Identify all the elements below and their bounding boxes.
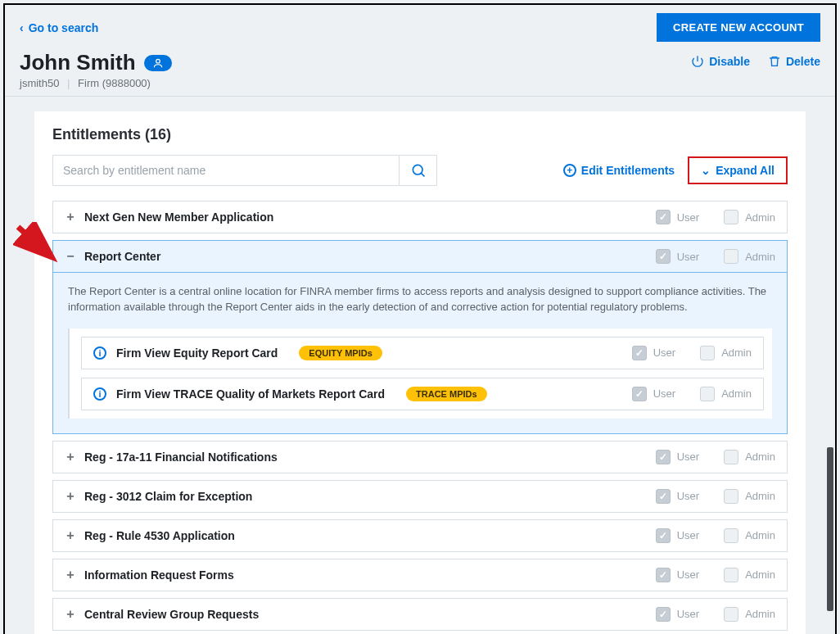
sub-entitlement-row[interactable]: i Firm View TRACE Quality of Markets Rep… [81, 378, 764, 410]
expand-icon[interactable]: + [65, 489, 76, 504]
edit-entitlements-button[interactable]: + Edit Entitlements [563, 164, 675, 177]
search-wrap [52, 155, 437, 186]
search-input[interactable] [53, 156, 399, 185]
role-admin-label: Admin [745, 568, 775, 581]
admin-checkbox[interactable] [724, 249, 738, 264]
role-admin-label: Admin [721, 387, 752, 400]
role-user-label: User [677, 251, 699, 263]
user-badge [144, 55, 172, 71]
chevron-left-icon: ‹ [20, 21, 24, 34]
role-user-label: User [677, 568, 699, 581]
entitlement-expanded-body: The Report Center is a central online lo… [52, 272, 788, 434]
sub-entitlement-row[interactable]: i Firm View Equity Report Card EQUITY MP… [81, 337, 764, 369]
expand-all-label: Expand All [716, 164, 775, 177]
collapse-icon[interactable]: − [65, 249, 76, 264]
entitlement-row[interactable]: + Central Review Group Requests User Adm… [52, 598, 788, 631]
role-admin-label: Admin [745, 490, 775, 502]
expand-icon[interactable]: + [65, 607, 76, 622]
user-checkbox[interactable] [656, 489, 671, 504]
role-user-label: User [677, 211, 699, 224]
disable-button[interactable]: Disable [691, 55, 750, 68]
entitlement-row-expanded[interactable]: − Report Center User Admin [52, 240, 788, 272]
plus-circle-icon: + [563, 164, 576, 177]
entitlement-row[interactable]: + Reg - 17a-11 Financial Notifications U… [52, 441, 788, 473]
expand-all-button[interactable]: ⌄ Expand All [701, 164, 775, 177]
disable-label: Disable [709, 55, 750, 68]
entitlement-name: Reg - 17a-11 Financial Notifications [84, 451, 278, 464]
entitlement-description: The Report Center is a central online lo… [68, 284, 772, 315]
go-to-search-link[interactable]: ‹ Go to search [20, 21, 98, 34]
edit-entitlements-label: Edit Entitlements [581, 164, 675, 177]
sub-entitlement-name: Firm View TRACE Quality of Markets Repor… [116, 387, 385, 401]
person-icon [152, 57, 164, 69]
entitlement-name: Next Gen New Member Application [84, 211, 273, 224]
entitlement-row[interactable]: + Reg - Rule 4530 Application User Admin [52, 519, 788, 552]
trash-icon [768, 55, 781, 68]
svg-point-0 [156, 59, 160, 63]
back-link-label: Go to search [29, 21, 99, 34]
scrollbar[interactable] [827, 447, 833, 611]
sub-entitlement-name: Firm View Equity Report Card [116, 346, 278, 360]
role-admin-label: Admin [745, 211, 775, 224]
user-checkbox[interactable] [632, 346, 647, 360]
page-title: John Smith [20, 50, 172, 75]
entitlements-panel: Entitlements (16) + Edit Entitlements ⌄ … [34, 111, 806, 634]
expand-icon[interactable]: + [65, 450, 76, 464]
username: jsmith50 [20, 77, 59, 89]
role-admin-label: Admin [721, 346, 752, 359]
role-admin-label: Admin [745, 251, 775, 263]
admin-checkbox[interactable] [724, 489, 738, 504]
entitlement-name: Report Center [84, 250, 160, 263]
role-user-label: User [677, 490, 699, 502]
chevron-down-icon: ⌄ [701, 164, 711, 177]
admin-checkbox[interactable] [724, 568, 738, 582]
svg-point-1 [413, 165, 422, 174]
expand-icon[interactable]: + [65, 528, 76, 543]
entitlement-row[interactable]: + Reg - 3012 Claim for Exception User Ad… [52, 480, 788, 513]
info-icon[interactable]: i [93, 387, 106, 401]
role-user-label: User [653, 387, 675, 400]
entitlement-row[interactable]: + Next Gen New Member Application User A… [52, 201, 788, 233]
user-checkbox[interactable] [656, 450, 671, 464]
expand-icon[interactable]: + [65, 568, 76, 582]
role-admin-label: Admin [745, 529, 775, 541]
admin-checkbox[interactable] [724, 210, 738, 224]
admin-checkbox[interactable] [700, 387, 715, 401]
entitlement-name: Reg - 3012 Claim for Exception [84, 490, 252, 503]
role-user-label: User [653, 346, 675, 359]
expand-icon[interactable]: + [65, 210, 76, 224]
user-checkbox[interactable] [656, 210, 671, 224]
role-admin-label: Admin [745, 451, 775, 463]
expand-all-highlight: ⌄ Expand All [688, 156, 788, 184]
admin-checkbox[interactable] [724, 528, 738, 543]
search-icon [410, 162, 427, 179]
role-user-label: User [677, 608, 699, 620]
user-checkbox[interactable] [656, 249, 671, 264]
svg-line-2 [421, 173, 424, 176]
user-checkbox[interactable] [632, 387, 647, 401]
user-checkbox[interactable] [656, 607, 671, 622]
mpids-badge: EQUITY MPIDs [299, 346, 382, 360]
firm-label: Firm (9888000) [78, 77, 151, 89]
admin-checkbox[interactable] [724, 450, 738, 464]
entitlement-name: Information Request Forms [84, 568, 234, 582]
user-checkbox[interactable] [656, 568, 671, 582]
search-button[interactable] [399, 156, 436, 185]
info-icon[interactable]: i [93, 346, 106, 360]
panel-title: Entitlements (16) [52, 126, 788, 143]
mpids-badge: TRACE MPIDs [406, 387, 487, 401]
admin-checkbox[interactable] [724, 607, 738, 622]
delete-button[interactable]: Delete [768, 55, 820, 68]
role-admin-label: Admin [745, 608, 775, 620]
create-new-account-button[interactable]: CREATE NEW ACCOUNT [657, 13, 820, 42]
role-user-label: User [677, 529, 699, 541]
role-user-label: User [677, 451, 699, 463]
user-name: John Smith [20, 50, 136, 75]
power-icon [691, 55, 704, 68]
entitlement-name: Reg - Rule 4530 Application [84, 529, 235, 542]
user-checkbox[interactable] [656, 528, 671, 543]
delete-label: Delete [786, 55, 820, 68]
separator: | [67, 77, 70, 89]
admin-checkbox[interactable] [700, 346, 715, 360]
entitlement-row[interactable]: + Information Request Forms User Admin [52, 559, 788, 591]
